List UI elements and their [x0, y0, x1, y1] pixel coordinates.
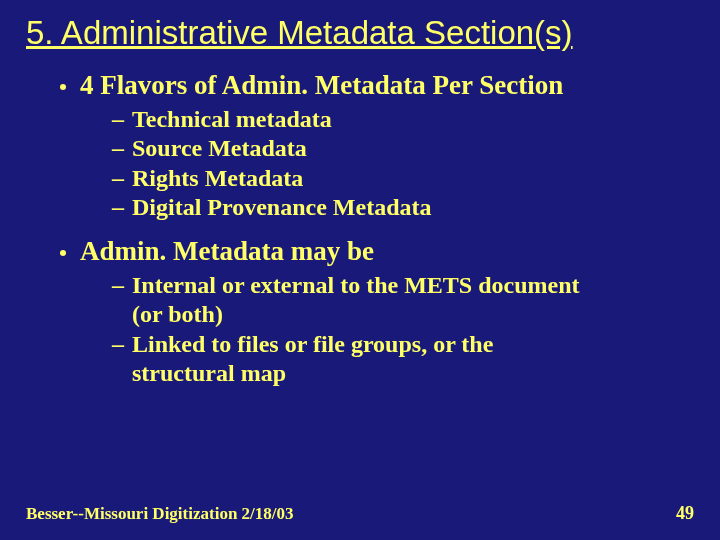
- sub-text: Internal or external to the METS documen…: [132, 271, 592, 330]
- dash-icon: –: [112, 105, 124, 134]
- bullet-level2: – Technical metadata: [112, 105, 694, 134]
- bullet-level2: – Source Metadata: [112, 134, 694, 163]
- bullet-dot-icon: [60, 250, 66, 256]
- sub-text: Linked to files or file groups, or the s…: [132, 330, 592, 389]
- dash-icon: –: [112, 330, 124, 359]
- slide-title: 5. Administrative Metadata Section(s): [26, 14, 694, 52]
- bullet-level2: – Digital Provenance Metadata: [112, 193, 694, 222]
- bullet-level1: Admin. Metadata may be: [60, 236, 694, 267]
- bullet-level1: 4 Flavors of Admin. Metadata Per Section: [60, 70, 694, 101]
- sublist: – Internal or external to the METS docum…: [112, 271, 694, 388]
- page-number: 49: [676, 503, 694, 524]
- sub-text: Source Metadata: [132, 134, 307, 163]
- bullet-level2: – Internal or external to the METS docum…: [112, 271, 694, 330]
- slide: 5. Administrative Metadata Section(s) 4 …: [0, 0, 720, 540]
- bullet-text: 4 Flavors of Admin. Metadata Per Section: [80, 70, 563, 101]
- bullet-text: Admin. Metadata may be: [80, 236, 374, 267]
- dash-icon: –: [112, 271, 124, 300]
- bullet-dot-icon: [60, 84, 66, 90]
- sublist: – Technical metadata – Source Metadata –…: [112, 105, 694, 222]
- sub-text: Rights Metadata: [132, 164, 303, 193]
- dash-icon: –: [112, 193, 124, 222]
- sub-text: Digital Provenance Metadata: [132, 193, 432, 222]
- bullet-level2: – Linked to files or file groups, or the…: [112, 330, 694, 389]
- dash-icon: –: [112, 164, 124, 193]
- dash-icon: –: [112, 134, 124, 163]
- bullet-level2: – Rights Metadata: [112, 164, 694, 193]
- footer-text: Besser--Missouri Digitization 2/18/03: [26, 504, 294, 524]
- sub-text: Technical metadata: [132, 105, 332, 134]
